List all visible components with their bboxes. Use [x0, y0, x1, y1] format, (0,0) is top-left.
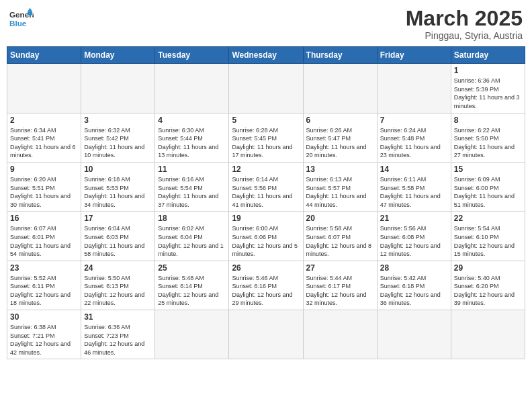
day-number: 7 [380, 116, 448, 125]
calendar-cell: 27Sunrise: 5:44 AM Sunset: 6:17 PM Dayli… [303, 261, 377, 310]
calendar-cell [81, 64, 155, 113]
day-number: 26 [232, 263, 300, 273]
day-number: 6 [306, 116, 374, 125]
calendar-cell: 25Sunrise: 5:48 AM Sunset: 6:14 PM Dayli… [155, 261, 229, 310]
calendar-week-5: 30Sunrise: 6:38 AM Sunset: 7:21 PM Dayli… [7, 310, 525, 359]
calendar-cell [155, 64, 229, 113]
calendar-cell: 20Sunrise: 5:58 AM Sunset: 6:07 PM Dayli… [303, 212, 377, 261]
day-info: Sunrise: 5:58 AM Sunset: 6:07 PM Dayligh… [306, 224, 374, 258]
calendar-cell: 17Sunrise: 6:04 AM Sunset: 6:03 PM Dayli… [81, 212, 155, 261]
calendar-cell: 31Sunrise: 6:36 AM Sunset: 7:23 PM Dayli… [81, 310, 155, 359]
day-info: Sunrise: 5:42 AM Sunset: 6:18 PM Dayligh… [380, 274, 448, 308]
day-info: Sunrise: 5:48 AM Sunset: 6:14 PM Dayligh… [158, 274, 226, 308]
calendar-cell: 23Sunrise: 5:52 AM Sunset: 6:11 PM Dayli… [7, 261, 81, 310]
day-number: 13 [306, 165, 374, 174]
calendar-cell: 15Sunrise: 6:09 AM Sunset: 6:00 PM Dayli… [451, 162, 525, 211]
day-number: 16 [10, 214, 78, 223]
calendar-cell [377, 64, 451, 113]
day-info: Sunrise: 6:36 AM Sunset: 5:39 PM Dayligh… [454, 77, 522, 110]
day-info: Sunrise: 6:16 AM Sunset: 5:54 PM Dayligh… [158, 175, 226, 209]
calendar-cell [303, 310, 377, 359]
day-info: Sunrise: 6:22 AM Sunset: 5:50 PM Dayligh… [454, 126, 522, 160]
calendar-cell: 13Sunrise: 6:13 AM Sunset: 5:57 PM Dayli… [303, 162, 377, 211]
day-info: Sunrise: 5:46 AM Sunset: 6:16 PM Dayligh… [232, 274, 300, 308]
calendar-cell: 6Sunrise: 6:26 AM Sunset: 5:47 PM Daylig… [303, 113, 377, 162]
day-number: 31 [84, 312, 152, 322]
calendar-cell: 29Sunrise: 5:40 AM Sunset: 6:20 PM Dayli… [451, 261, 525, 310]
weekday-header-saturday: Saturday [451, 47, 525, 64]
calendar-cell: 22Sunrise: 5:54 AM Sunset: 6:10 PM Dayli… [451, 212, 525, 261]
page: General Blue March 2025 Pinggau, Styria,… [0, 0, 532, 411]
day-number: 30 [10, 312, 78, 322]
day-info: Sunrise: 5:40 AM Sunset: 6:20 PM Dayligh… [454, 274, 522, 308]
day-number: 5 [232, 116, 300, 125]
calendar-cell [377, 310, 451, 359]
weekday-header-friday: Friday [377, 47, 451, 64]
calendar-cell: 4Sunrise: 6:30 AM Sunset: 5:44 PM Daylig… [155, 113, 229, 162]
title-block: March 2025 Pinggau, Styria, Austria [406, 7, 523, 41]
day-info: Sunrise: 6:26 AM Sunset: 5:47 PM Dayligh… [306, 126, 374, 160]
calendar-cell: 7Sunrise: 6:24 AM Sunset: 5:48 PM Daylig… [377, 113, 451, 162]
calendar-cell: 18Sunrise: 6:02 AM Sunset: 6:04 PM Dayli… [155, 212, 229, 261]
day-info: Sunrise: 6:02 AM Sunset: 6:04 PM Dayligh… [158, 224, 226, 258]
day-number: 25 [158, 263, 226, 273]
day-info: Sunrise: 6:28 AM Sunset: 5:45 PM Dayligh… [232, 126, 300, 160]
calendar-cell: 1Sunrise: 6:36 AM Sunset: 5:39 PM Daylig… [451, 64, 525, 113]
calendar-cell: 9Sunrise: 6:20 AM Sunset: 5:51 PM Daylig… [7, 162, 81, 211]
day-number: 17 [84, 214, 152, 223]
weekday-header-thursday: Thursday [303, 47, 377, 64]
day-number: 1 [454, 66, 522, 75]
day-number: 27 [306, 263, 374, 273]
calendar-cell: 26Sunrise: 5:46 AM Sunset: 6:16 PM Dayli… [229, 261, 303, 310]
calendar-cell: 14Sunrise: 6:11 AM Sunset: 5:58 PM Dayli… [377, 162, 451, 211]
weekday-header-monday: Monday [81, 47, 155, 64]
day-number: 8 [454, 116, 522, 125]
day-number: 29 [454, 263, 522, 273]
day-info: Sunrise: 5:54 AM Sunset: 6:10 PM Dayligh… [454, 224, 522, 258]
day-number: 20 [306, 214, 374, 223]
calendar-cell: 24Sunrise: 5:50 AM Sunset: 6:13 PM Dayli… [81, 261, 155, 310]
weekday-header-tuesday: Tuesday [155, 47, 229, 64]
day-number: 12 [232, 165, 300, 174]
day-number: 18 [158, 214, 226, 223]
day-number: 19 [232, 214, 300, 223]
day-info: Sunrise: 6:34 AM Sunset: 5:41 PM Dayligh… [10, 126, 78, 160]
svg-rect-3 [28, 11, 32, 15]
day-info: Sunrise: 6:07 AM Sunset: 6:01 PM Dayligh… [10, 224, 78, 258]
day-info: Sunrise: 6:18 AM Sunset: 5:53 PM Dayligh… [84, 175, 152, 209]
weekday-header-sunday: Sunday [7, 47, 81, 64]
calendar-week-3: 16Sunrise: 6:07 AM Sunset: 6:01 PM Dayli… [7, 212, 525, 261]
calendar-cell: 3Sunrise: 6:32 AM Sunset: 5:42 PM Daylig… [81, 113, 155, 162]
day-info: Sunrise: 6:38 AM Sunset: 7:21 PM Dayligh… [10, 323, 78, 357]
day-number: 9 [10, 165, 78, 174]
calendar-week-1: 2Sunrise: 6:34 AM Sunset: 5:41 PM Daylig… [7, 113, 525, 162]
logo: General Blue [9, 7, 34, 31]
header: General Blue March 2025 Pinggau, Styria,… [7, 7, 525, 41]
calendar-cell [303, 64, 377, 113]
day-info: Sunrise: 6:20 AM Sunset: 5:51 PM Dayligh… [10, 175, 78, 209]
day-number: 3 [84, 116, 152, 125]
day-number: 24 [84, 263, 152, 273]
day-number: 11 [158, 165, 226, 174]
day-info: Sunrise: 6:04 AM Sunset: 6:03 PM Dayligh… [84, 224, 152, 258]
generalblue-logo-icon: General Blue [9, 7, 34, 31]
calendar-cell: 11Sunrise: 6:16 AM Sunset: 5:54 PM Dayli… [155, 162, 229, 211]
day-number: 10 [84, 165, 152, 174]
calendar-cell: 8Sunrise: 6:22 AM Sunset: 5:50 PM Daylig… [451, 113, 525, 162]
calendar-cell: 10Sunrise: 6:18 AM Sunset: 5:53 PM Dayli… [81, 162, 155, 211]
calendar-cell: 19Sunrise: 6:00 AM Sunset: 6:06 PM Dayli… [229, 212, 303, 261]
day-number: 23 [10, 263, 78, 273]
day-info: Sunrise: 6:14 AM Sunset: 5:56 PM Dayligh… [232, 175, 300, 209]
day-info: Sunrise: 5:44 AM Sunset: 6:17 PM Dayligh… [306, 274, 374, 308]
day-info: Sunrise: 6:36 AM Sunset: 7:23 PM Dayligh… [84, 323, 152, 357]
calendar-week-2: 9Sunrise: 6:20 AM Sunset: 5:51 PM Daylig… [7, 162, 525, 211]
calendar-week-4: 23Sunrise: 5:52 AM Sunset: 6:11 PM Dayli… [7, 261, 525, 310]
day-info: Sunrise: 6:30 AM Sunset: 5:44 PM Dayligh… [158, 126, 226, 160]
day-info: Sunrise: 6:11 AM Sunset: 5:58 PM Dayligh… [380, 175, 448, 209]
month-title: March 2025 [406, 7, 523, 30]
day-number: 15 [454, 165, 522, 174]
calendar-cell [229, 64, 303, 113]
calendar-cell [155, 310, 229, 359]
location: Pinggau, Styria, Austria [406, 30, 523, 41]
svg-text:Blue: Blue [9, 19, 27, 28]
